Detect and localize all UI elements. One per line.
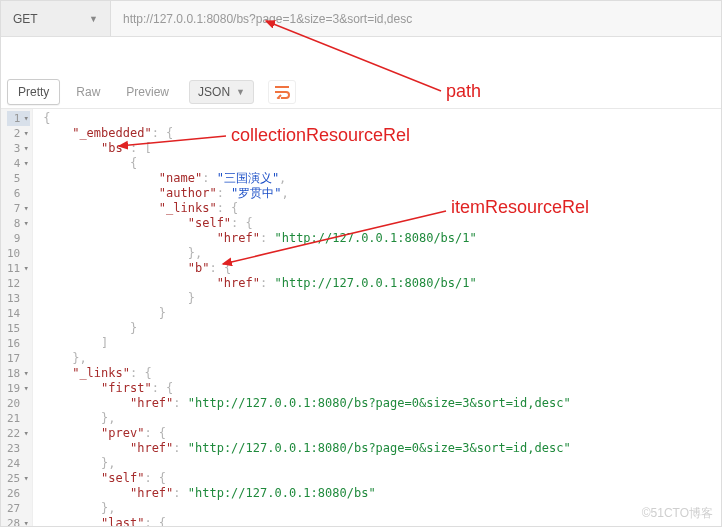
- gutter-line: 21: [7, 411, 30, 426]
- format-dropdown[interactable]: JSON ▼: [189, 80, 254, 104]
- code-line: "b": {: [43, 261, 715, 276]
- code-line: "href": "http://127.0.0.1:8080/bs?page=0…: [43, 441, 715, 456]
- gutter-line: 8▾: [7, 216, 30, 231]
- url-input[interactable]: http://127.0.0.1:8080/bs?page=1&size=3&s…: [111, 1, 721, 36]
- code-line: "self": {: [43, 216, 715, 231]
- code-line: "_embedded": {: [43, 126, 715, 141]
- response-tabs: Pretty Raw Preview JSON ▼: [1, 75, 721, 109]
- code-line: "last": {: [43, 516, 715, 526]
- code-line: "href": "http://127.0.0.1:8080/bs/1": [43, 231, 715, 246]
- gutter-line: 1▾: [7, 111, 30, 126]
- code-line: }: [43, 291, 715, 306]
- watermark: ©51CTO博客: [642, 505, 713, 522]
- gutter-line: 4▾: [7, 156, 30, 171]
- gutter-line: 23: [7, 441, 30, 456]
- code-line: {: [43, 111, 715, 126]
- code-line: "name": "三国演义",: [43, 171, 715, 186]
- request-bar: GET ▼ http://127.0.0.1:8080/bs?page=1&si…: [1, 1, 721, 37]
- gutter-line: 14: [7, 306, 30, 321]
- http-method-label: GET: [13, 12, 38, 26]
- gutter-line: 6: [7, 186, 30, 201]
- code-line: }: [43, 306, 715, 321]
- gutter-line: 18▾: [7, 366, 30, 381]
- wrap-icon: [274, 85, 290, 99]
- format-label: JSON: [198, 85, 230, 99]
- gutter-line: 26: [7, 486, 30, 501]
- gutter-line: 24: [7, 456, 30, 471]
- gutter-line: 5: [7, 171, 30, 186]
- response-body[interactable]: 1▾2▾3▾4▾5 6 7▾8▾9 10 11▾12 13 14 15 16 1…: [1, 109, 721, 526]
- line-gutter: 1▾2▾3▾4▾5 6 7▾8▾9 10 11▾12 13 14 15 16 1…: [1, 109, 33, 526]
- code-line: "prev": {: [43, 426, 715, 441]
- code-line: "href": "http://127.0.0.1:8080/bs/1": [43, 276, 715, 291]
- code-line: },: [43, 501, 715, 516]
- gutter-line: 2▾: [7, 126, 30, 141]
- code-line: },: [43, 456, 715, 471]
- wrap-lines-button[interactable]: [268, 80, 296, 104]
- code-line: {: [43, 156, 715, 171]
- gutter-line: 10: [7, 246, 30, 261]
- gutter-line: 13: [7, 291, 30, 306]
- gutter-line: 28▾: [7, 516, 30, 526]
- gutter-line: 22▾: [7, 426, 30, 441]
- code-line: },: [43, 351, 715, 366]
- gutter-line: 27: [7, 501, 30, 516]
- tab-raw[interactable]: Raw: [66, 80, 110, 104]
- code-line: },: [43, 411, 715, 426]
- code-line: "_links": {: [43, 366, 715, 381]
- code-line: },: [43, 246, 715, 261]
- code-area[interactable]: { "_embedded": { "bs": [ { "name": "三国演义…: [33, 109, 721, 526]
- code-line: ]: [43, 336, 715, 351]
- code-line: "_links": {: [43, 201, 715, 216]
- gutter-line: 20: [7, 396, 30, 411]
- tab-preview[interactable]: Preview: [116, 80, 179, 104]
- gutter-line: 7▾: [7, 201, 30, 216]
- code-line: "href": "http://127.0.0.1:8080/bs": [43, 486, 715, 501]
- chevron-down-icon: ▼: [236, 87, 245, 97]
- code-line: }: [43, 321, 715, 336]
- code-line: "first": {: [43, 381, 715, 396]
- gutter-line: 15: [7, 321, 30, 336]
- gutter-line: 25▾: [7, 471, 30, 486]
- gutter-line: 17: [7, 351, 30, 366]
- url-text: http://127.0.0.1:8080/bs?page=1&size=3&s…: [123, 12, 412, 26]
- code-line: "self": {: [43, 471, 715, 486]
- http-method-dropdown[interactable]: GET ▼: [1, 1, 111, 36]
- toolbar-spacer: [1, 37, 721, 75]
- code-line: "href": "http://127.0.0.1:8080/bs?page=0…: [43, 396, 715, 411]
- gutter-line: 16: [7, 336, 30, 351]
- chevron-down-icon: ▼: [89, 14, 98, 24]
- gutter-line: 19▾: [7, 381, 30, 396]
- code-line: "author": "罗贯中",: [43, 186, 715, 201]
- gutter-line: 3▾: [7, 141, 30, 156]
- gutter-line: 12: [7, 276, 30, 291]
- gutter-line: 9: [7, 231, 30, 246]
- tab-pretty[interactable]: Pretty: [7, 79, 60, 105]
- gutter-line: 11▾: [7, 261, 30, 276]
- code-line: "bs": [: [43, 141, 715, 156]
